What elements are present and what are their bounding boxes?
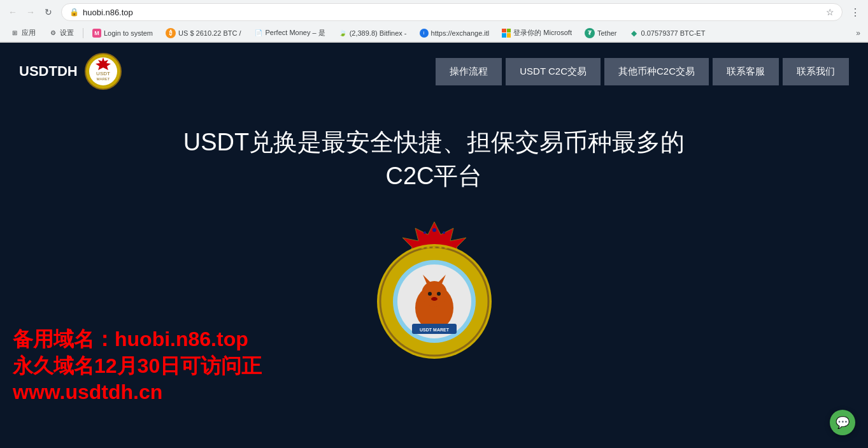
svg-text:USDT: USDT	[96, 71, 110, 76]
bitfinex-icon: 🍃	[338, 29, 347, 38]
apps-icon: ⊞	[10, 29, 19, 38]
hero-title-line2: C2C平台	[385, 163, 482, 189]
forward-button[interactable]: →	[23, 4, 38, 20]
bookmark-settings[interactable]: ⚙ 设置	[43, 27, 79, 39]
bookmark-btc-et[interactable]: ◆ 0.07579377 BTC-ET	[625, 27, 711, 39]
bookmark-apps-label: 应用	[22, 28, 36, 38]
bookmarks-more[interactable]: »	[853, 27, 863, 39]
overlay-line-3: www.usdtdh.cn	[13, 379, 262, 406]
bookmark-exchange[interactable]: i https://exchange.itl	[415, 27, 495, 39]
microsoft-icon	[502, 29, 511, 38]
nav-operation-flow[interactable]: 操作流程	[436, 58, 502, 85]
exchange-icon: i	[420, 29, 429, 38]
nav-other-c2c[interactable]: 其他币种C2C交易	[604, 58, 709, 85]
bookmark-bitfinex[interactable]: 🍃 (2,389.8) Bitfinex -	[333, 27, 412, 39]
nav-buttons: ← → ↻	[5, 4, 56, 20]
browser-toolbar: ← → ↻ 🔒 huobi.n86.top ☆ ⋮	[0, 0, 868, 24]
nav-contact-us[interactable]: 联系我们	[783, 58, 849, 85]
hero-title: USDT兑换是最安全快捷、担保交易币种最多的 C2C平台	[183, 126, 685, 193]
btc-icon: ₿	[166, 28, 176, 38]
star-icon: ☆	[826, 7, 834, 17]
logo-emblem: USDT MARET	[84, 52, 122, 90]
overlay-line-2: 永久域名12月30日可访问正	[13, 353, 262, 380]
svg-point-7	[443, 231, 445, 234]
nav-usdt-c2c[interactable]: USDT C2C交易	[506, 58, 601, 85]
bookmark-tether[interactable]: ₮ Tether	[580, 27, 622, 40]
login-icon: M	[92, 29, 101, 38]
svg-point-18	[431, 297, 438, 301]
bookmark-perfect-money[interactable]: 📄 Perfect Money – 是	[249, 27, 331, 39]
bookmark-tether-label: Tether	[597, 29, 617, 37]
svg-point-5	[432, 228, 436, 232]
svg-text:USDT MARET: USDT MARET	[420, 328, 450, 332]
overlay-line-1: 备用域名：huobi.n86.top	[13, 326, 262, 353]
bookmark-exchange-label: https://exchange.itl	[431, 29, 490, 37]
chat-icon: 💬	[836, 415, 850, 430]
bookmark-login[interactable]: M Login to system	[87, 27, 158, 39]
central-emblem: USDT MARET ❀ ❀ ❀ ❀ ❀	[371, 219, 498, 359]
chat-bubble[interactable]: 💬	[830, 410, 855, 435]
svg-point-6	[423, 231, 426, 234]
site-logo: USDTDH USDT MARET	[19, 52, 122, 90]
bookmark-apps[interactable]: ⊞ 应用	[5, 27, 41, 39]
site-nav: 操作流程 USDT C2C交易 其他币种C2C交易 联系客服 联系我们	[436, 58, 849, 85]
svg-point-17	[437, 292, 441, 296]
svg-point-16	[428, 292, 432, 296]
settings-icon: ⚙	[48, 29, 57, 38]
hero-title-line1: USDT兑换是最安全快捷、担保交易币种最多的	[183, 129, 685, 155]
svg-point-13	[422, 281, 447, 307]
bookmark-settings-label: 设置	[60, 28, 74, 38]
bookmark-pm-label: Perfect Money – 是	[266, 28, 325, 38]
reload-button[interactable]: ↻	[41, 4, 56, 20]
bookmark-login-label: Login to system	[104, 29, 153, 37]
bookmark-microsoft[interactable]: 登录你的 Microsoft	[497, 27, 577, 39]
svg-text:MARET: MARET	[96, 77, 110, 81]
svg-text:❀ ❀ ❀ ❀ ❀: ❀ ❀ ❀ ❀ ❀	[420, 245, 448, 250]
logo-text: USDTDH	[19, 63, 78, 80]
site-header: USDTDH USDT MARET 操作流程 USDT C2C交易 其他币种C2…	[0, 43, 868, 100]
bookmark-microsoft-label: 登录你的 Microsoft	[513, 28, 572, 38]
btc-et-icon: ◆	[630, 29, 639, 38]
nav-contact-service[interactable]: 联系客服	[713, 58, 779, 85]
perfect-money-icon: 📄	[254, 29, 263, 38]
url-display: huobi.n86.top	[83, 8, 822, 17]
site-content: USDTDH USDT MARET 操作流程 USDT C2C交易 其他币种C2…	[0, 43, 868, 448]
browser-chrome: ← → ↻ 🔒 huobi.n86.top ☆ ⋮ ⊞ 应用 ⚙ 设置 M Lo…	[0, 0, 868, 43]
menu-button[interactable]: ⋮	[848, 4, 863, 20]
bookmark-bitfinex-label: (2,389.8) Bitfinex -	[350, 29, 407, 37]
tether-icon: ₮	[585, 28, 595, 38]
address-bar[interactable]: 🔒 huobi.n86.top ☆	[61, 3, 843, 21]
emblem-svg: USDT MARET ❀ ❀ ❀ ❀ ❀	[371, 219, 498, 365]
bookmark-btc-label: US $ 2610.22 BTC /	[178, 29, 241, 37]
divider-1	[83, 28, 83, 38]
bookmarks-bar: ⊞ 应用 ⚙ 设置 M Login to system ₿ US $ 2610.…	[0, 24, 868, 42]
lock-icon: 🔒	[69, 8, 79, 17]
overlay-text: 备用域名：huobi.n86.top 永久域名12月30日可访问正 www.us…	[0, 320, 274, 412]
bookmark-btc[interactable]: ₿ US $ 2610.22 BTC /	[160, 27, 246, 40]
back-button[interactable]: ←	[5, 4, 20, 20]
bookmark-btc-et-label: 0.07579377 BTC-ET	[641, 29, 706, 37]
